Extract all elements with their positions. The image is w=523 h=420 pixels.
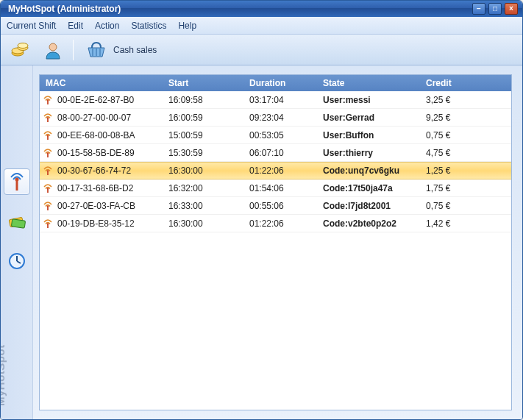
table-row[interactable]: 08-00-27-00-00-0716:00:5909:23:04User:Ge… bbox=[40, 109, 511, 127]
toolbar-separator bbox=[73, 40, 74, 60]
cell-mac: 00-EE-68-00-08-BA bbox=[57, 130, 135, 140]
table-row[interactable]: 00-19-DB-E8-35-1216:30:0001:22:06Code:v2… bbox=[40, 215, 511, 232]
table-row[interactable]: 00-15-58-5B-DE-8915:30:5906:07:10User:th… bbox=[40, 144, 511, 162]
cell-state: Code:17t50ja47a bbox=[323, 183, 426, 193]
cell-mac: 00-15-58-5B-DE-89 bbox=[57, 148, 135, 158]
cell-start: 15:00:59 bbox=[168, 130, 249, 140]
cell-state: Code:l7jd8t2001 bbox=[323, 201, 426, 211]
cell-start: 16:32:00 bbox=[168, 183, 249, 193]
sidebar-wifi-button[interactable] bbox=[4, 168, 30, 195]
cell-duration: 09:23:04 bbox=[249, 113, 323, 123]
user-button[interactable] bbox=[40, 38, 65, 63]
menu-statistics[interactable]: Statistics bbox=[131, 21, 166, 31]
cell-state: User:messi bbox=[323, 95, 426, 105]
wifi-icon bbox=[43, 201, 53, 211]
table-row[interactable]: 00-0E-2E-62-87-B016:09:5803:17:04User:me… bbox=[40, 91, 511, 109]
cell-credit: 1,42 € bbox=[426, 218, 479, 229]
header-state[interactable]: State bbox=[323, 78, 426, 88]
cell-mac: 00-19-DB-E8-35-12 bbox=[57, 218, 135, 229]
header-duration[interactable]: Duration bbox=[249, 78, 323, 88]
menu-current-shift[interactable]: Current Shift bbox=[7, 21, 56, 31]
cell-state: Code:v2bte0p2o2 bbox=[323, 218, 426, 229]
wifi-icon bbox=[43, 183, 53, 193]
wifi-icon bbox=[43, 148, 53, 158]
table-body: 00-0E-2E-62-87-B016:09:5803:17:04User:me… bbox=[40, 91, 511, 232]
cell-start: 16:30:00 bbox=[168, 218, 249, 229]
cell-duration: 01:22:06 bbox=[249, 165, 323, 176]
coins-button[interactable] bbox=[8, 38, 33, 63]
coins-icon bbox=[10, 40, 31, 60]
close-button[interactable]: × bbox=[505, 3, 518, 15]
svg-point-4 bbox=[49, 43, 57, 51]
cell-duration: 00:53:05 bbox=[249, 130, 323, 140]
titlebar[interactable]: MyHotSpot (Administrator) − □ × bbox=[1, 1, 522, 17]
svg-point-30 bbox=[47, 223, 49, 225]
cell-mac: 08-00-27-00-00-07 bbox=[57, 113, 131, 123]
cell-duration: 03:17:04 bbox=[249, 95, 323, 105]
svg-point-3 bbox=[18, 43, 28, 48]
user-icon bbox=[43, 40, 63, 60]
svg-point-16 bbox=[47, 99, 49, 102]
wifi-icon bbox=[43, 130, 53, 140]
wifi-icon bbox=[43, 218, 53, 229]
table-row[interactable]: 00-27-0E-03-FA-CB16:33:0000:55:06Code:l7… bbox=[40, 197, 511, 215]
sidebar-tickets-button[interactable] bbox=[4, 208, 30, 235]
cell-start: 16:00:59 bbox=[168, 113, 249, 123]
table-row[interactable]: 00-EE-68-00-08-BA15:00:5900:53:05User:Bu… bbox=[40, 127, 511, 144]
wifi-icon bbox=[43, 113, 53, 123]
cell-mac: 00-0E-2E-62-87-B0 bbox=[57, 95, 134, 105]
svg-point-26 bbox=[47, 188, 49, 190]
cell-duration: 00:55:06 bbox=[249, 201, 323, 211]
cell-credit: 1,75 € bbox=[426, 183, 479, 193]
main-panel: MAC Start Duration State Credit 00-0E-2E… bbox=[33, 65, 522, 419]
svg-rect-11 bbox=[11, 219, 25, 228]
table-header: MAC Start Duration State Credit bbox=[40, 75, 511, 91]
header-start[interactable]: Start bbox=[168, 78, 249, 88]
cell-duration: 01:22:06 bbox=[249, 218, 323, 229]
svg-point-22 bbox=[47, 152, 49, 154]
cell-state: Code:unq7cv6gku bbox=[323, 165, 426, 176]
table-row[interactable]: 00-30-67-66-74-7216:30:0001:22:06Code:un… bbox=[40, 162, 511, 179]
header-mac[interactable]: MAC bbox=[40, 78, 168, 88]
cell-mac: 00-30-67-66-74-72 bbox=[57, 165, 131, 176]
svg-point-9 bbox=[15, 178, 18, 182]
cash-sales-button[interactable]: Cash sales bbox=[81, 39, 161, 61]
cell-start: 16:33:00 bbox=[168, 201, 249, 211]
titlebar-title: MyHotSpot (Administrator) bbox=[8, 4, 472, 14]
menu-action[interactable]: Action bbox=[95, 21, 119, 31]
cell-state: User:Gerrad bbox=[323, 113, 426, 123]
tickets-icon bbox=[7, 211, 27, 232]
table-row[interactable]: 00-17-31-68-6B-D216:32:0001:54:06Code:17… bbox=[40, 179, 511, 197]
cell-duration: 06:07:10 bbox=[249, 148, 323, 158]
cell-start: 16:09:58 bbox=[168, 95, 249, 105]
cell-credit: 3,25 € bbox=[426, 95, 479, 105]
cell-mac: 00-17-31-68-6B-D2 bbox=[57, 183, 133, 193]
menubar: Current Shift Edit Action Statistics Hel… bbox=[1, 17, 522, 35]
cell-credit: 4,75 € bbox=[426, 148, 479, 158]
cell-start: 16:30:00 bbox=[168, 165, 249, 176]
header-credit[interactable]: Credit bbox=[426, 78, 479, 88]
menu-help[interactable]: Help bbox=[178, 21, 196, 31]
maximize-button[interactable]: □ bbox=[488, 3, 502, 15]
wifi-icon bbox=[43, 95, 53, 105]
sidebar-clock-button[interactable] bbox=[4, 248, 30, 274]
antenna-icon bbox=[7, 171, 27, 192]
svg-point-20 bbox=[47, 135, 49, 137]
basket-icon bbox=[85, 40, 107, 60]
svg-point-18 bbox=[47, 117, 49, 119]
cash-sales-label: Cash sales bbox=[113, 45, 157, 55]
minimize-button[interactable]: − bbox=[472, 3, 485, 15]
cell-credit: 9,25 € bbox=[426, 113, 479, 123]
cell-credit: 0,75 € bbox=[426, 201, 479, 211]
cell-duration: 01:54:06 bbox=[249, 183, 323, 193]
menu-edit[interactable]: Edit bbox=[68, 21, 83, 31]
svg-point-24 bbox=[47, 170, 49, 172]
cell-state: User:thierry bbox=[323, 148, 426, 158]
cell-start: 15:30:59 bbox=[168, 148, 249, 158]
cell-state: User:Buffon bbox=[323, 130, 426, 140]
cell-mac: 00-27-0E-03-FA-CB bbox=[57, 201, 135, 211]
wifi-icon bbox=[43, 165, 53, 176]
cell-credit: 0,75 € bbox=[426, 130, 479, 140]
svg-point-28 bbox=[47, 205, 49, 207]
sidebar-brand: MyHotSpot bbox=[1, 344, 7, 406]
